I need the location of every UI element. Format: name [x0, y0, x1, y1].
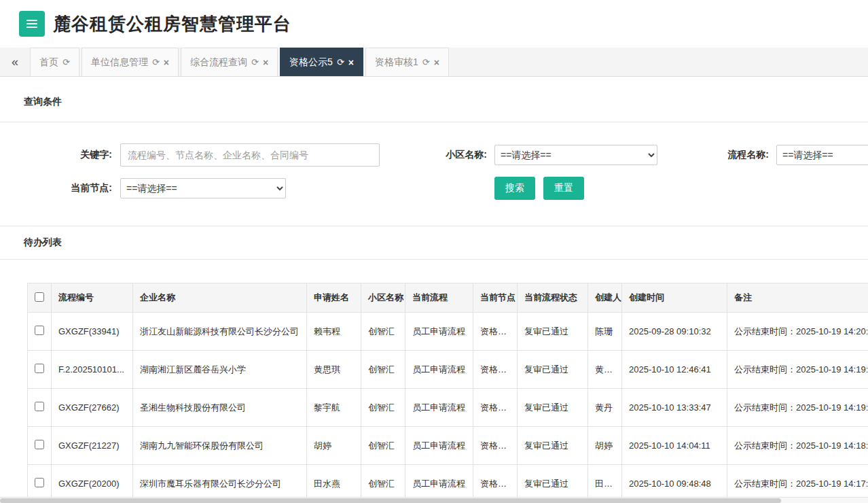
cell-flow-no: GXGZF(27662)	[52, 389, 133, 427]
row-checkbox[interactable]	[35, 402, 44, 411]
hamburger-icon	[26, 23, 37, 24]
cell-community: 创智汇	[361, 313, 405, 351]
todo-table-wrap: 流程编号 企业名称 申请姓名 小区名称 当前流程 当前节点 当前流程状态 创建人…	[27, 283, 868, 503]
tab-label: 首页	[39, 56, 58, 69]
top-header: 麓谷租赁公租房智慧管理平台	[0, 0, 868, 48]
cell-company: 湖南九九智能环保股份有限公司	[133, 427, 307, 465]
collapse-tabs-button[interactable]: «	[0, 48, 30, 76]
table-row: GXGZF(21227) 湖南九九智能环保股份有限公司 胡婷 创智汇 员工申请流…	[28, 427, 868, 465]
col-remark: 备注	[727, 283, 868, 313]
row-checkbox[interactable]	[35, 440, 44, 449]
community-select[interactable]: ==请选择==	[494, 145, 657, 165]
cell-created-at: 2025-09-28 09:10:32	[622, 313, 727, 351]
hamburger-icon	[26, 27, 37, 28]
cell-community: 创智汇	[361, 427, 405, 465]
cell-creator: 黄思琪	[588, 351, 622, 389]
tab-qualification-publicity[interactable]: 资格公示5 ⟳ ×	[280, 48, 363, 76]
cell-remark: 公示结束时间：2025-10-19 14:20:44	[727, 313, 868, 351]
query-section-title: 查询条件	[0, 77, 868, 122]
cell-current-flow: 员工申请流程	[405, 313, 473, 351]
cell-current-flow: 员工申请流程	[405, 351, 473, 389]
horizontal-scrollbar[interactable]	[0, 497, 868, 503]
refresh-icon[interactable]: ⟳	[422, 57, 430, 67]
cell-creator: 胡婷	[588, 427, 622, 465]
table-row: GXGZF(27662) 圣湘生物科技股份有限公司 黎宇航 创智汇 员工申请流程…	[28, 389, 868, 427]
cell-current-node: 资格公示	[473, 427, 518, 465]
cell-applicant: 黄思琪	[307, 351, 361, 389]
cell-flow-status: 复审已通过	[518, 351, 588, 389]
community-label: 小区名称:	[424, 149, 487, 161]
tab-unit-info-management[interactable]: 单位信息管理 ⟳ ×	[82, 48, 179, 76]
cell-flow-status: 复审已通过	[518, 313, 588, 351]
row-checkbox-cell	[28, 351, 52, 389]
col-company: 企业名称	[133, 283, 307, 313]
row-checkbox[interactable]	[35, 326, 44, 335]
tab-qualification-review[interactable]: 资格审核1 ⟳ ×	[365, 48, 449, 76]
page-title: 麓谷租赁公租房智慧管理平台	[53, 12, 291, 36]
keyword-input[interactable]	[120, 143, 380, 167]
current-node-select[interactable]: ==请选择==	[120, 178, 286, 198]
cell-created-at: 2025-10-10 13:33:47	[622, 389, 727, 427]
row-checkbox[interactable]	[35, 364, 44, 373]
cell-created-at: 2025-10-10 14:04:11	[622, 427, 727, 465]
close-icon[interactable]: ×	[348, 57, 354, 68]
keyword-label: 关键字:	[24, 149, 112, 161]
table-header-row: 流程编号 企业名称 申请姓名 小区名称 当前流程 当前节点 当前流程状态 创建人…	[28, 283, 868, 313]
search-button[interactable]: 搜索	[494, 177, 535, 200]
row-checkbox-cell	[28, 313, 52, 351]
cell-flow-no: GXGZF(33941)	[52, 313, 133, 351]
cell-flow-no: F.2.202510101...	[52, 351, 133, 389]
refresh-icon[interactable]: ⟳	[152, 57, 160, 67]
table-row: F.2.202510101... 湖南湘江新区麓谷岳兴小学 黄思琪 创智汇 员工…	[28, 351, 868, 389]
query-form-row-2: 当前节点: ==请选择== 搜索 重置	[24, 177, 868, 200]
query-form: 关键字: 小区名称: ==请选择== 流程名称: ==请选择== 当前节点: =…	[0, 122, 868, 226]
refresh-icon[interactable]: ⟳	[251, 57, 259, 67]
cell-community: 创智汇	[361, 351, 405, 389]
scrollbar-thumb[interactable]	[0, 498, 781, 503]
tab-home[interactable]: 首页 ⟳	[30, 48, 79, 76]
refresh-icon[interactable]: ⟳	[62, 57, 70, 67]
cell-applicant: 胡婷	[307, 427, 361, 465]
table-row: GXGZF(33941) 浙江友山新能源科技有限公司长沙分公司 赖韦程 创智汇 …	[28, 313, 868, 351]
tab-label: 资格公示5	[289, 56, 333, 69]
cell-company: 湖南湘江新区麓谷岳兴小学	[133, 351, 307, 389]
tab-process-query[interactable]: 综合流程查询 ⟳ ×	[181, 48, 278, 76]
close-icon[interactable]: ×	[164, 57, 169, 68]
todo-table: 流程编号 企业名称 申请姓名 小区名称 当前流程 当前节点 当前流程状态 创建人…	[27, 283, 868, 503]
page: 麓谷租赁公租房智慧管理平台 « 首页 ⟳ 单位信息管理 ⟳ × 综合流程查询 ⟳…	[0, 0, 868, 503]
cell-current-node: 资格公示	[473, 313, 518, 351]
cell-flow-no: GXGZF(21227)	[52, 427, 133, 465]
cell-current-node: 资格公示	[473, 389, 518, 427]
cell-applicant: 赖韦程	[307, 313, 361, 351]
close-icon[interactable]: ×	[434, 57, 439, 68]
cell-flow-status: 复审已通过	[518, 389, 588, 427]
current-node-label: 当前节点:	[24, 182, 112, 194]
cell-applicant: 黎宇航	[307, 389, 361, 427]
reset-button[interactable]: 重置	[543, 177, 584, 200]
select-all-cell	[28, 283, 52, 313]
flow-name-select[interactable]: ==请选择==	[776, 145, 868, 165]
cell-current-flow: 员工申请流程	[405, 389, 473, 427]
col-created-at: 创建时间	[622, 283, 727, 313]
cell-company: 浙江友山新能源科技有限公司长沙分公司	[133, 313, 307, 351]
cell-community: 创智汇	[361, 389, 405, 427]
col-flow-no: 流程编号	[52, 283, 133, 313]
todo-section-title: 待办列表	[0, 226, 868, 260]
col-creator: 创建人	[588, 283, 622, 313]
row-checkbox-cell	[28, 427, 52, 465]
query-form-row-1: 关键字: 小区名称: ==请选择== 流程名称: ==请选择==	[24, 143, 868, 167]
close-icon[interactable]: ×	[263, 57, 268, 68]
row-checkbox-cell	[28, 389, 52, 427]
row-checkbox[interactable]	[35, 478, 44, 487]
hamburger-icon	[26, 20, 37, 21]
flow-name-label: 流程名称:	[706, 149, 769, 161]
select-all-checkbox[interactable]	[35, 292, 44, 302]
hamburger-menu-button[interactable]	[19, 11, 45, 37]
col-current-node: 当前节点	[473, 283, 518, 313]
refresh-icon[interactable]: ⟳	[337, 57, 344, 67]
cell-current-node: 资格公示	[473, 351, 518, 389]
cell-remark: 公示结束时间：2025-10-19 14:18:10	[727, 427, 868, 465]
cell-created-at: 2025-10-10 12:46:41	[622, 351, 727, 389]
cell-creator: 黄丹	[588, 389, 622, 427]
cell-flow-status: 复审已通过	[518, 427, 588, 465]
